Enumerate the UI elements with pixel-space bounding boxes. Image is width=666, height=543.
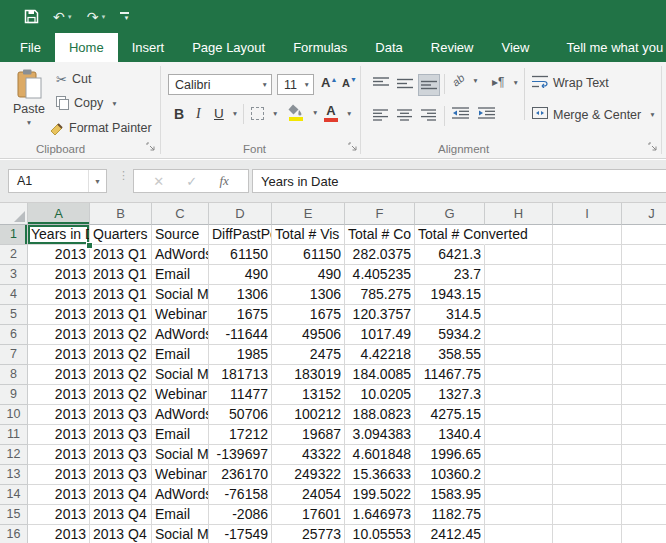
cell-C6[interactable]: AdWords (152, 325, 209, 345)
cell-H10[interactable] (485, 405, 553, 425)
cell-E5[interactable]: 1675 (272, 305, 345, 325)
cell-D16[interactable]: -17549 (209, 525, 272, 543)
cell-A1[interactable]: Years in D (28, 225, 90, 245)
cell-J3[interactable] (622, 265, 666, 285)
cell-B5[interactable]: 2013 Q1 (90, 305, 152, 325)
column-header-B[interactable]: B (90, 203, 152, 225)
cell-A2[interactable]: 2013 (28, 245, 90, 265)
cell-F7[interactable]: 4.42218 (345, 345, 415, 365)
cell-D4[interactable]: 1306 (209, 285, 272, 305)
cell-A14[interactable]: 2013 (28, 485, 90, 505)
cell-I4[interactable] (553, 285, 622, 305)
tab-page-layout[interactable]: Page Layout (178, 33, 279, 62)
cell-B15[interactable]: 2013 Q4 (90, 505, 152, 525)
cell-A10[interactable]: 2013 (28, 405, 90, 425)
row-header-14[interactable]: 14 (0, 485, 28, 505)
cell-F13[interactable]: 15.36633 (345, 465, 415, 485)
cell-C11[interactable]: Email (152, 425, 209, 445)
cell-J6[interactable] (622, 325, 666, 345)
cell-A12[interactable]: 2013 (28, 445, 90, 465)
insert-function-icon[interactable]: fx (219, 173, 228, 189)
cell-A8[interactable]: 2013 (28, 365, 90, 385)
cell-C10[interactable]: AdWords (152, 405, 209, 425)
cell-D2[interactable]: 61150 (209, 245, 272, 265)
font-size-dropdown-icon[interactable]: ▼ (304, 81, 310, 88)
cell-G15[interactable]: 1182.75 (415, 505, 485, 525)
tell-me-box[interactable]: Tell me what you wa (559, 33, 666, 62)
cell-G3[interactable]: 23.7 (415, 265, 485, 285)
tab-home[interactable]: Home (55, 33, 118, 62)
cell-A11[interactable]: 2013 (28, 425, 90, 445)
cell-H9[interactable] (485, 385, 553, 405)
row-header-7[interactable]: 7 (0, 345, 28, 365)
cell-F9[interactable]: 10.0205 (345, 385, 415, 405)
cell-G6[interactable]: 5934.2 (415, 325, 485, 345)
redo-dropdown-icon[interactable]: ▼ (100, 14, 106, 20)
cell-I6[interactable] (553, 325, 622, 345)
cell-A7[interactable]: 2013 (28, 345, 90, 365)
cell-C12[interactable]: Social Med (152, 445, 209, 465)
column-header-C[interactable]: C (152, 203, 209, 225)
row-header-1[interactable]: 1 (0, 225, 28, 245)
cell-F4[interactable]: 785.275 (345, 285, 415, 305)
name-box[interactable]: A1 ▼ (8, 169, 107, 193)
cell-B7[interactable]: 2013 Q2 (90, 345, 152, 365)
fill-handle[interactable] (86, 242, 93, 249)
row-header-16[interactable]: 16 (0, 525, 28, 543)
cell-B13[interactable]: 2013 Q3 (90, 465, 152, 485)
name-box-dropdown-icon[interactable]: ▼ (88, 170, 106, 192)
underline-dropdown-icon[interactable]: ▼ (232, 110, 238, 117)
cell-F2[interactable]: 282.0375 (345, 245, 415, 265)
cell-J11[interactable] (622, 425, 666, 445)
cell-J10[interactable] (622, 405, 666, 425)
formula-input[interactable]: Years in Date (252, 169, 666, 193)
fill-color-button[interactable]: ▼ (288, 104, 318, 121)
tab-data[interactable]: Data (361, 33, 416, 62)
cell-D9[interactable]: 11477 (209, 385, 272, 405)
cell-I16[interactable] (553, 525, 622, 543)
cell-B8[interactable]: 2013 Q2 (90, 365, 152, 385)
cell-F15[interactable]: 1.646973 (345, 505, 415, 525)
cell-C16[interactable]: Social Med (152, 525, 209, 543)
cell-E16[interactable]: 25773 (272, 525, 345, 543)
font-dialog-launcher[interactable] (348, 140, 357, 154)
clipboard-dialog-launcher[interactable] (146, 140, 155, 154)
row-header-11[interactable]: 11 (0, 425, 28, 445)
cell-F6[interactable]: 1017.49 (345, 325, 415, 345)
cell-H7[interactable] (485, 345, 553, 365)
cell-B14[interactable]: 2013 Q4 (90, 485, 152, 505)
cell-B4[interactable]: 2013 Q1 (90, 285, 152, 305)
cell-A9[interactable]: 2013 (28, 385, 90, 405)
cell-F16[interactable]: 10.05553 (345, 525, 415, 543)
font-size-select[interactable]: 11 ▼ (277, 74, 314, 95)
tab-file[interactable]: File (6, 33, 55, 62)
cell-H16[interactable] (485, 525, 553, 543)
cell-I15[interactable] (553, 505, 622, 525)
cell-H12[interactable] (485, 445, 553, 465)
cell-I8[interactable] (553, 365, 622, 385)
cell-J2[interactable] (622, 245, 666, 265)
column-header-I[interactable]: I (553, 203, 622, 225)
increase-indent-button[interactable] (478, 107, 495, 122)
borders-dropdown-icon[interactable]: ▼ (272, 110, 278, 117)
cell-F5[interactable]: 120.3757 (345, 305, 415, 325)
column-header-E[interactable]: E (272, 203, 345, 225)
row-header-2[interactable]: 2 (0, 245, 28, 265)
cell-C13[interactable]: Webinar (152, 465, 209, 485)
cell-E2[interactable]: 61150 (272, 245, 345, 265)
customize-quick-access-toolbar-button[interactable]: ▼ (120, 12, 129, 21)
bottom-align-button[interactable] (419, 75, 439, 95)
row-header-12[interactable]: 12 (0, 445, 28, 465)
middle-align-button[interactable] (395, 75, 415, 95)
font-color-button[interactable]: A ▼ (324, 104, 352, 122)
cell-C4[interactable]: Social Med (152, 285, 209, 305)
cell-F11[interactable]: 3.094383 (345, 425, 415, 445)
cell-G13[interactable]: 10360.2 (415, 465, 485, 485)
cell-E6[interactable]: 49506 (272, 325, 345, 345)
column-header-F[interactable]: F (345, 203, 415, 225)
cell-A15[interactable]: 2013 (28, 505, 90, 525)
cell-E7[interactable]: 2475 (272, 345, 345, 365)
save-button[interactable] (24, 9, 39, 24)
row-header-5[interactable]: 5 (0, 305, 28, 325)
cell-J12[interactable] (622, 445, 666, 465)
